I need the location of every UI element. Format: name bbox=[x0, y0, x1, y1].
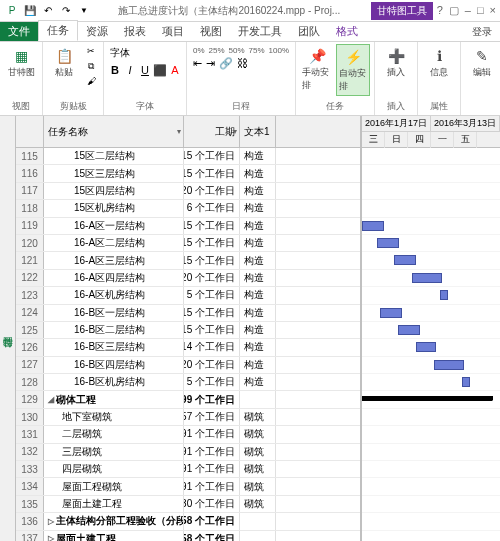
duration-cell[interactable]: 91 个工作日 bbox=[184, 478, 240, 494]
underline-icon[interactable]: U bbox=[138, 64, 152, 77]
task-name-cell[interactable]: 16-A区机房结构 bbox=[44, 287, 184, 303]
undo-icon[interactable]: ↶ bbox=[40, 3, 56, 19]
text1-cell[interactable]: 砌筑 bbox=[240, 461, 276, 477]
tab-project[interactable]: 项目 bbox=[154, 22, 192, 41]
duration-cell[interactable]: 30 个工作日 bbox=[184, 496, 240, 512]
duration-cell[interactable]: 14 个工作日 bbox=[184, 339, 240, 355]
tab-dev[interactable]: 开发工具 bbox=[230, 22, 290, 41]
text1-cell[interactable]: 构造 bbox=[240, 322, 276, 338]
table-row[interactable]: 12616-B区三层结构14 个工作日构造 bbox=[16, 339, 360, 356]
text1-cell[interactable]: 构造 bbox=[240, 287, 276, 303]
redo-icon[interactable]: ↷ bbox=[58, 3, 74, 19]
task-name-cell[interactable]: 16-A区三层结构 bbox=[44, 252, 184, 268]
table-row[interactable]: 130地下室砌筑157 个工作日砌筑 bbox=[16, 409, 360, 426]
gantt-row[interactable] bbox=[362, 513, 500, 530]
duration-cell[interactable]: 157 个工作日 bbox=[184, 409, 240, 425]
gantt-row[interactable] bbox=[362, 409, 500, 426]
duration-cell[interactable]: 20 个工作日 bbox=[184, 270, 240, 286]
gantt-row[interactable] bbox=[362, 374, 500, 391]
gantt-row[interactable] bbox=[362, 183, 500, 200]
table-row[interactable]: 132三层砌筑91 个工作日砌筑 bbox=[16, 444, 360, 461]
text1-cell[interactable]: 构造 bbox=[240, 374, 276, 390]
duration-cell[interactable]: 20 个工作日 bbox=[184, 357, 240, 373]
task-name-cell[interactable]: 四层砌筑 bbox=[44, 461, 184, 477]
fill-color-icon[interactable]: ⬛ bbox=[153, 64, 167, 77]
maximize-icon[interactable]: □ bbox=[477, 4, 484, 17]
text1-cell[interactable] bbox=[240, 531, 276, 541]
text1-cell[interactable]: 构造 bbox=[240, 339, 276, 355]
gantt-row[interactable] bbox=[362, 165, 500, 182]
task-name-cell[interactable]: 屋面土建工程 bbox=[44, 496, 184, 512]
manual-schedule-button[interactable]: 📌 手动安排 bbox=[300, 44, 334, 94]
table-row[interactable]: 11815区机房结构6 个工作日构造 bbox=[16, 200, 360, 217]
table-row[interactable]: 11715区四层结构20 个工作日构造 bbox=[16, 183, 360, 200]
task-name-cell[interactable]: 16-B区二层结构 bbox=[44, 322, 184, 338]
login-link[interactable]: 登录 bbox=[464, 23, 500, 41]
task-name-cell[interactable]: 16-A区一层结构 bbox=[44, 218, 184, 234]
gantt-bar[interactable] bbox=[394, 255, 416, 265]
gantt-row[interactable] bbox=[362, 287, 500, 304]
gantt-row[interactable] bbox=[362, 148, 500, 165]
col-id-header[interactable] bbox=[16, 116, 44, 147]
text1-cell[interactable]: 构造 bbox=[240, 183, 276, 199]
cut-icon[interactable]: ✂ bbox=[83, 44, 99, 58]
table-row[interactable]: 12816-B区机房结构5 个工作日构造 bbox=[16, 374, 360, 391]
table-row[interactable]: 12016-A区二层结构15 个工作日构造 bbox=[16, 235, 360, 252]
task-name-cell[interactable]: 16-B区三层结构 bbox=[44, 339, 184, 355]
table-row[interactable]: 11615区三层结构15 个工作日构造 bbox=[16, 165, 360, 182]
chevron-down-icon[interactable]: ▾ bbox=[177, 127, 181, 136]
close-icon[interactable]: × bbox=[490, 4, 496, 17]
task-name-cell[interactable]: ▷屋面土建工程 bbox=[44, 531, 184, 541]
text1-cell[interactable] bbox=[240, 513, 276, 529]
task-name-cell[interactable]: 16-A区四层结构 bbox=[44, 270, 184, 286]
gantt-row[interactable] bbox=[362, 235, 500, 252]
table-row[interactable]: 137▷屋面土建工程58 个工作日 bbox=[16, 531, 360, 541]
table-row[interactable]: 12516-B区二层结构15 个工作日构造 bbox=[16, 322, 360, 339]
gantt-view-button[interactable]: ▦ 甘特图 bbox=[4, 44, 38, 81]
gantt-row[interactable] bbox=[362, 305, 500, 322]
table-row[interactable]: 134屋面工程砌筑91 个工作日砌筑 bbox=[16, 478, 360, 495]
duration-cell[interactable]: 91 个工作日 bbox=[184, 444, 240, 460]
task-name-cell[interactable]: 三层砌筑 bbox=[44, 444, 184, 460]
format-painter-icon[interactable]: 🖌 bbox=[83, 74, 99, 88]
table-row[interactable]: 12316-A区机房结构5 个工作日构造 bbox=[16, 287, 360, 304]
gantt-chart[interactable]: 2016年1月17日 2016年3月13日 三日四一五 bbox=[360, 116, 500, 541]
task-name-cell[interactable]: 屋面工程砌筑 bbox=[44, 478, 184, 494]
task-name-cell[interactable]: 15区二层结构 bbox=[44, 148, 184, 164]
task-name-cell[interactable]: 16-B区机房结构 bbox=[44, 374, 184, 390]
gantt-row[interactable] bbox=[362, 461, 500, 478]
duration-cell[interactable]: 15 个工作日 bbox=[184, 165, 240, 181]
tab-file[interactable]: 文件 bbox=[0, 22, 38, 41]
pct-25[interactable]: 25% bbox=[209, 46, 225, 55]
gantt-bar[interactable] bbox=[462, 377, 470, 387]
collapse-icon[interactable]: ◢ bbox=[48, 395, 54, 404]
ribbon-collapse-icon[interactable]: ▢ bbox=[449, 4, 459, 17]
gantt-bar[interactable] bbox=[377, 238, 399, 248]
duration-cell[interactable]: 58 个工作日 bbox=[184, 531, 240, 541]
text1-cell[interactable]: 构造 bbox=[240, 218, 276, 234]
task-name-cell[interactable]: 16-A区二层结构 bbox=[44, 235, 184, 251]
unlink-icon[interactable]: ⛓ bbox=[237, 57, 248, 70]
col-txt-header[interactable]: 文本1 bbox=[240, 116, 276, 147]
duration-cell[interactable]: 158 个工作日 bbox=[184, 513, 240, 529]
gantt-row[interactable] bbox=[362, 200, 500, 217]
table-row[interactable]: 12116-A区三层结构15 个工作日构造 bbox=[16, 252, 360, 269]
copy-icon[interactable]: ⧉ bbox=[83, 59, 99, 73]
text1-cell[interactable]: 构造 bbox=[240, 165, 276, 181]
text1-cell[interactable]: 构造 bbox=[240, 235, 276, 251]
gantt-bar[interactable] bbox=[434, 360, 464, 370]
edit-button[interactable]: ✎ 编辑 bbox=[465, 44, 499, 81]
text1-cell[interactable]: 构造 bbox=[240, 270, 276, 286]
gantt-bar[interactable] bbox=[440, 290, 448, 300]
auto-schedule-button[interactable]: ⚡ 自动安排 bbox=[336, 44, 370, 96]
gantt-row[interactable] bbox=[362, 339, 500, 356]
table-row[interactable]: 12716-B区四层结构20 个工作日构造 bbox=[16, 357, 360, 374]
table-row[interactable]: 12216-A区四层结构20 个工作日构造 bbox=[16, 270, 360, 287]
text1-cell[interactable]: 构造 bbox=[240, 252, 276, 268]
duration-cell[interactable]: 5 个工作日 bbox=[184, 374, 240, 390]
task-name-cell[interactable]: 16-B区一层结构 bbox=[44, 305, 184, 321]
pct-75[interactable]: 75% bbox=[249, 46, 265, 55]
text1-cell[interactable]: 构造 bbox=[240, 200, 276, 216]
task-name-cell[interactable]: 16-B区四层结构 bbox=[44, 357, 184, 373]
help-icon[interactable]: ? bbox=[437, 4, 443, 17]
